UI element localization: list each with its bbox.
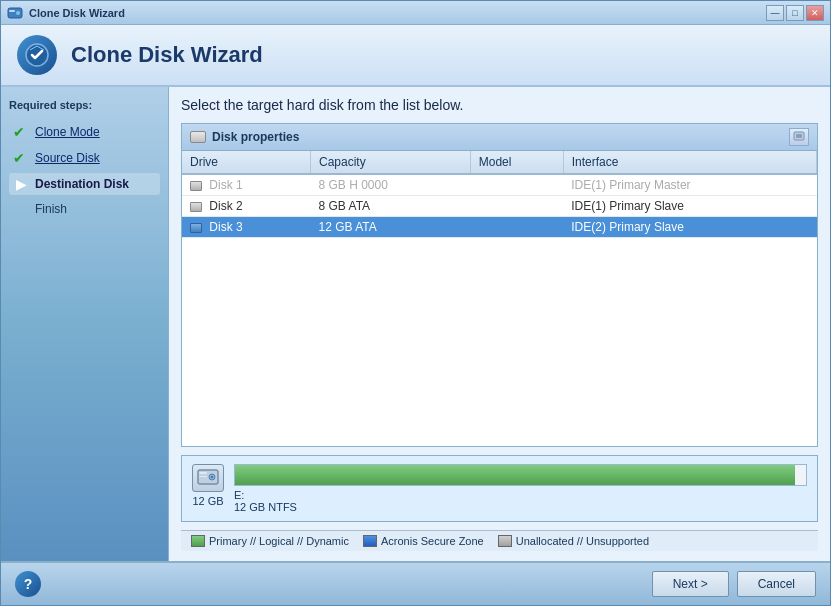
bottom-size-label: 12 GB: [192, 495, 223, 507]
sidebar-label-clone-mode: Clone Mode: [35, 125, 100, 139]
sidebar-item-destination-disk[interactable]: ▶ Destination Disk: [9, 173, 160, 195]
legend-label-acronis: Acronis Secure Zone: [381, 535, 484, 547]
content-area: Select the target hard disk from the lis…: [169, 87, 830, 561]
check-icon-source-disk: ✔: [13, 150, 29, 166]
col-interface: Interface: [563, 151, 816, 174]
cancel-button[interactable]: Cancel: [737, 571, 816, 597]
partition-bar: [235, 465, 795, 485]
svg-rect-4: [794, 132, 804, 140]
footer-buttons: Next > Cancel: [652, 571, 816, 597]
svg-point-9: [211, 476, 213, 478]
col-model: Model: [470, 151, 563, 174]
legend-swatch-primary: [191, 535, 205, 547]
legend-item-acronis: Acronis Secure Zone: [363, 535, 484, 547]
col-drive: Drive: [182, 151, 311, 174]
panel-btn-icon: [793, 131, 805, 143]
disk-row-icon-2: [190, 202, 202, 212]
header: Clone Disk Wizard: [1, 25, 830, 87]
legend: Primary // Logical // Dynamic Acronis Se…: [181, 530, 818, 551]
partition-bar-container: [234, 464, 807, 486]
col-capacity: Capacity: [311, 151, 471, 174]
next-button[interactable]: Next >: [652, 571, 729, 597]
disk-row-icon-3: [190, 223, 202, 233]
window: Clone Disk Wizard — □ ✕ Clone Disk Wizar…: [0, 0, 831, 606]
cell-drive-2: Disk 2: [182, 196, 311, 217]
hdd-icon: [197, 469, 219, 487]
sidebar: Required steps: ✔ Clone Mode ✔ Source Di…: [1, 87, 169, 561]
cell-interface-2: IDE(1) Primary Slave: [563, 196, 816, 217]
required-steps-label: Required steps:: [9, 99, 160, 111]
table-row[interactable]: Disk 1 8 GB H 0000 IDE(1) Primary Master: [182, 174, 817, 196]
svg-rect-2: [9, 10, 15, 12]
svg-rect-10: [199, 472, 207, 474]
cell-drive-3: Disk 3: [182, 217, 311, 238]
legend-item-unallocated: Unallocated // Unsupported: [498, 535, 649, 547]
maximize-button[interactable]: □: [786, 5, 804, 21]
svg-point-1: [16, 11, 20, 15]
legend-item-primary: Primary // Logical // Dynamic: [191, 535, 349, 547]
sidebar-label-destination-disk: Destination Disk: [35, 177, 129, 191]
title-icon: [7, 5, 23, 21]
sidebar-item-source-disk[interactable]: ✔ Source Disk: [9, 147, 160, 169]
cell-drive-1: Disk 1: [182, 174, 311, 196]
cell-capacity-2: 8 GB ATA: [311, 196, 471, 217]
cell-capacity-1: 8 GB H 0000: [311, 174, 471, 196]
cell-capacity-3: 12 GB ATA: [311, 217, 471, 238]
disk-panel-button[interactable]: [789, 128, 809, 146]
table-row-selected[interactable]: Disk 3 12 GB ATA IDE(2) Primary Slave: [182, 217, 817, 238]
page-title: Clone Disk Wizard: [71, 42, 263, 68]
disk-panel-title: Disk properties: [212, 130, 299, 144]
close-button[interactable]: ✕: [806, 5, 824, 21]
help-button[interactable]: ?: [15, 571, 41, 597]
table-row[interactable]: Disk 2 8 GB ATA IDE(1) Primary Slave: [182, 196, 817, 217]
disk-panel-header: Disk properties: [182, 124, 817, 151]
legend-swatch-unallocated: [498, 535, 512, 547]
main-layout: Required steps: ✔ Clone Mode ✔ Source Di…: [1, 87, 830, 561]
svg-rect-11: [199, 476, 207, 477]
sidebar-item-clone-mode[interactable]: ✔ Clone Mode: [9, 121, 160, 143]
disk-panel-icon: [190, 131, 206, 143]
disk-table: Drive Capacity Model Interface Disk 1: [182, 151, 817, 238]
disk-table-scroll[interactable]: Drive Capacity Model Interface Disk 1: [182, 151, 817, 446]
check-icon-clone-mode: ✔: [13, 124, 29, 140]
bottom-chart-area: E: 12 GB NTFS: [234, 464, 807, 513]
cell-model-3: [470, 217, 563, 238]
cell-interface-3: IDE(2) Primary Slave: [563, 217, 816, 238]
sidebar-item-finish[interactable]: Finish: [9, 199, 160, 219]
disk-panel: Disk properties: [181, 123, 818, 447]
cell-interface-1: IDE(1) Primary Master: [563, 174, 816, 196]
cell-model-1: [470, 174, 563, 196]
cell-model-2: [470, 196, 563, 217]
minimize-button[interactable]: —: [766, 5, 784, 21]
legend-swatch-acronis: [363, 535, 377, 547]
bottom-disk-icon: [192, 464, 224, 492]
legend-label-primary: Primary // Logical // Dynamic: [209, 535, 349, 547]
instruction-text: Select the target hard disk from the lis…: [181, 97, 818, 113]
header-icon: [17, 35, 57, 75]
arrow-icon-destination: ▶: [13, 176, 29, 192]
footer: ? Next > Cancel: [1, 561, 830, 605]
title-bar: Clone Disk Wizard — □ ✕: [1, 1, 830, 25]
title-bar-text: Clone Disk Wizard: [29, 7, 125, 19]
table-header-row: Drive Capacity Model Interface: [182, 151, 817, 174]
sidebar-label-source-disk: Source Disk: [35, 151, 100, 165]
disk-row-icon-1: [190, 181, 202, 191]
legend-label-unallocated: Unallocated // Unsupported: [516, 535, 649, 547]
partition-label: E: 12 GB NTFS: [234, 489, 807, 513]
bottom-disk-info: 12 GB E: 12 GB NTFS: [181, 455, 818, 522]
sidebar-label-finish: Finish: [35, 202, 67, 216]
